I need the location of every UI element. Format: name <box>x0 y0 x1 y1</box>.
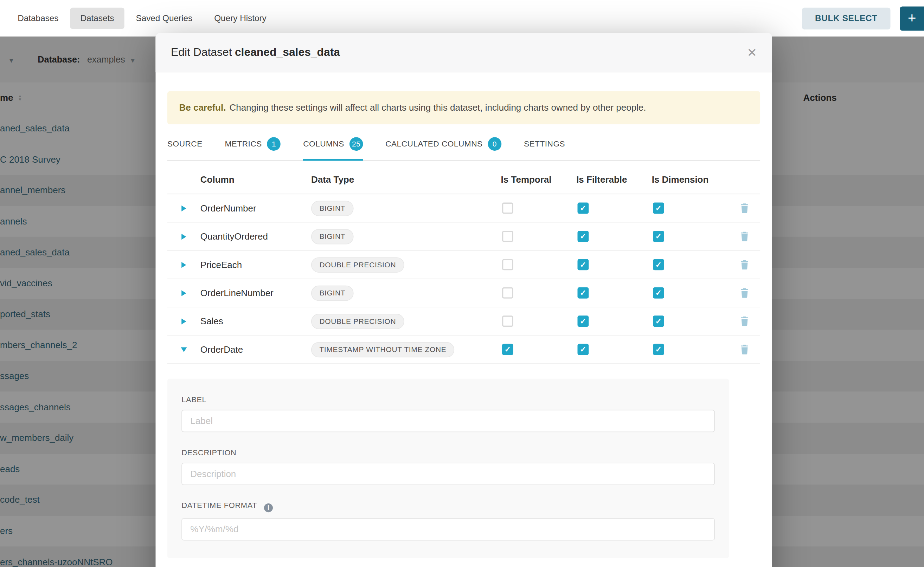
datetime-format-field-label: DATETIME FORMAT i <box>181 501 715 512</box>
expand-caret-icon[interactable] <box>181 262 186 268</box>
datetime-format-label-text: DATETIME FORMAT <box>181 501 257 510</box>
nav-item-query-history[interactable]: Query History <box>214 8 266 29</box>
tab-label: METRICS <box>225 140 262 148</box>
modal-title-prefix: Edit Dataset <box>171 46 232 58</box>
collapse-caret-icon[interactable] <box>181 347 187 352</box>
is-filterable-checkbox[interactable]: ✓ <box>577 231 588 242</box>
expand-caret-icon[interactable] <box>181 318 186 324</box>
trash-icon[interactable] <box>728 203 760 213</box>
trash-icon[interactable] <box>728 231 760 242</box>
add-dataset-button[interactable]: + <box>900 6 924 31</box>
tab-settings[interactable]: SETTINGS <box>524 137 565 161</box>
trash-icon[interactable] <box>728 288 760 298</box>
is-temporal-checkbox[interactable]: ✓ <box>502 344 513 355</box>
column-row-sales: SalesDOUBLE PRECISION✓✓ <box>167 308 760 336</box>
expand-caret-icon[interactable] <box>181 234 186 240</box>
trash-icon[interactable] <box>728 316 760 326</box>
column-name: OrderNumber <box>200 203 311 213</box>
warning-banner: Be careful. Changing these settings will… <box>167 92 760 124</box>
column-name: OrderLineNumber <box>200 288 311 298</box>
expand-caret-icon[interactable] <box>181 290 186 296</box>
data-type-pill: BIGINT <box>311 201 354 216</box>
bulk-select-button[interactable]: BULK SELECT <box>802 8 890 29</box>
nav-item-databases[interactable]: Databases <box>18 8 59 29</box>
nav-item-saved-queries[interactable]: Saved Queries <box>136 8 192 29</box>
warning-banner-text: Changing these settings will affect all … <box>229 103 646 113</box>
info-icon[interactable]: i <box>264 503 273 512</box>
modal-header: Edit Datasetcleaned_sales_data × <box>155 33 772 72</box>
is-dimension-checkbox[interactable]: ✓ <box>653 231 664 242</box>
data-type-pill: DOUBLE PRECISION <box>311 314 404 329</box>
warning-banner-bold: Be careful. <box>179 103 226 113</box>
primary-nav: DatabasesDatasetsSaved QueriesQuery Hist… <box>0 8 266 29</box>
tab-count-badge: 25 <box>349 137 363 151</box>
tab-source[interactable]: SOURCE <box>167 137 203 161</box>
modal-title-dataset-name: cleaned_sales_data <box>235 46 340 58</box>
column-name: Sales <box>200 316 311 326</box>
trash-icon[interactable] <box>728 260 760 270</box>
trash-icon[interactable] <box>728 344 760 354</box>
header-data-type: Data Type <box>311 174 501 185</box>
column-name: OrderDate <box>200 344 311 355</box>
tab-label: SETTINGS <box>524 140 565 148</box>
is-dimension-checkbox[interactable]: ✓ <box>653 315 664 327</box>
tab-label: SOURCE <box>167 140 203 148</box>
data-type-pill: TIMESTAMP WITHOUT TIME ZONE <box>311 342 454 357</box>
description-field-group: DESCRIPTION <box>181 448 715 485</box>
data-type-pill: BIGINT <box>311 285 354 301</box>
top-navbar: DatabasesDatasetsSaved QueriesQuery Hist… <box>0 0 924 37</box>
tab-columns[interactable]: COLUMNS25 <box>303 137 363 161</box>
label-field-group: LABEL <box>181 395 715 432</box>
header-is-dimension: Is Dimension <box>652 174 728 185</box>
datetime-format-input[interactable] <box>181 518 715 540</box>
tab-label: COLUMNS <box>303 140 344 148</box>
is-filterable-checkbox[interactable]: ✓ <box>577 259 588 270</box>
column-row-orderdate: OrderDateTIMESTAMP WITHOUT TIME ZONE✓✓✓ <box>167 336 760 364</box>
header-is-filterable: Is Filterable <box>576 174 652 185</box>
is-filterable-checkbox[interactable]: ✓ <box>577 203 588 214</box>
expand-caret-icon[interactable] <box>181 205 186 211</box>
is-temporal-checkbox[interactable] <box>502 203 513 214</box>
data-type-pill: DOUBLE PRECISION <box>311 257 404 273</box>
is-temporal-checkbox[interactable] <box>502 231 513 242</box>
columns-table-body: OrderNumberBIGINT✓✓QuantityOrderedBIGINT… <box>167 194 760 364</box>
is-dimension-checkbox[interactable]: ✓ <box>653 259 664 270</box>
is-filterable-checkbox[interactable]: ✓ <box>577 287 588 298</box>
modal-body: Be careful. Changing these settings will… <box>155 92 772 558</box>
datetime-format-field-group: DATETIME FORMAT i <box>181 501 715 540</box>
description-field-label: DESCRIPTION <box>181 448 715 457</box>
app-root: DatabasesDatasetsSaved QueriesQuery Hist… <box>0 0 924 567</box>
modal-tabs: SOURCEMETRICS1COLUMNS25CALCULATED COLUMN… <box>167 124 760 161</box>
modal-title: Edit Datasetcleaned_sales_data <box>171 46 340 59</box>
column-row-quantityordered: QuantityOrderedBIGINT✓✓ <box>167 223 760 251</box>
is-temporal-checkbox[interactable] <box>502 315 513 327</box>
plus-icon: + <box>908 11 916 25</box>
description-input[interactable] <box>181 463 715 485</box>
is-filterable-checkbox[interactable]: ✓ <box>577 315 588 327</box>
column-name: QuantityOrdered <box>200 231 311 242</box>
tab-calculated-columns[interactable]: CALCULATED COLUMNS0 <box>385 137 501 161</box>
data-type-pill: BIGINT <box>311 229 354 244</box>
header-column: Column <box>200 174 311 185</box>
is-temporal-checkbox[interactable] <box>502 259 513 270</box>
edit-dataset-modal: Edit Datasetcleaned_sales_data × Be care… <box>155 33 772 567</box>
column-detail-panel: LABEL DESCRIPTION DATETIME FORMAT i <box>167 379 729 558</box>
tab-metrics[interactable]: METRICS1 <box>225 137 281 161</box>
column-row-ordernumber: OrderNumberBIGINT✓✓ <box>167 194 760 222</box>
navbar-actions: BULK SELECT + <box>802 6 924 31</box>
column-row-orderlinenumber: OrderLineNumberBIGINT✓✓ <box>167 279 760 307</box>
is-dimension-checkbox[interactable]: ✓ <box>653 203 664 214</box>
column-name: PriceEach <box>200 259 311 270</box>
is-dimension-checkbox[interactable]: ✓ <box>653 287 664 298</box>
tab-count-badge: 0 <box>488 137 502 151</box>
nav-item-datasets[interactable]: Datasets <box>70 8 124 29</box>
is-temporal-checkbox[interactable] <box>502 287 513 298</box>
label-field-label: LABEL <box>181 395 715 404</box>
close-icon[interactable]: × <box>748 45 757 60</box>
columns-table-header: Column Data Type Is Temporal Is Filterab… <box>167 165 760 194</box>
column-row-priceeach: PriceEachDOUBLE PRECISION✓✓ <box>167 251 760 279</box>
tab-label: CALCULATED COLUMNS <box>385 140 482 148</box>
label-input[interactable] <box>181 410 715 432</box>
is-filterable-checkbox[interactable]: ✓ <box>577 344 588 355</box>
is-dimension-checkbox[interactable]: ✓ <box>653 344 664 355</box>
